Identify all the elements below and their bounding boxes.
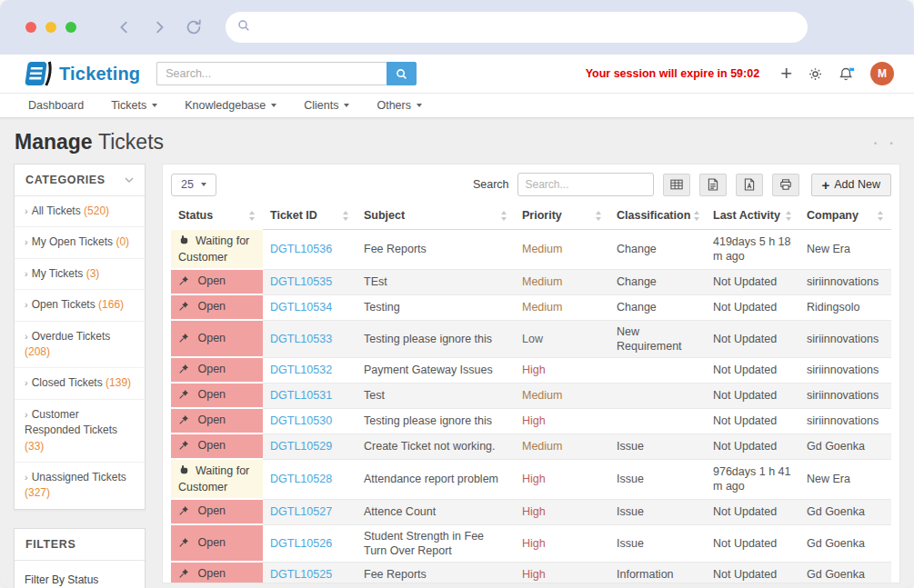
category-item[interactable]: ›Customer Responded Tickets (33): [15, 400, 145, 463]
category-item[interactable]: ›All Tickets (520): [15, 196, 145, 227]
sidebar: CATEGORIES ›All Tickets (520) ›My Open T…: [14, 164, 146, 588]
table-search-input[interactable]: [517, 173, 654, 196]
sort-icon: [786, 211, 792, 221]
forward-icon[interactable]: [147, 15, 171, 39]
category-count: (166): [98, 298, 124, 311]
ticket-row[interactable]: Open DGTL10527 Attence Count High Issue …: [171, 499, 891, 524]
ticket-id-link[interactable]: DGTL10535: [270, 275, 332, 288]
sort-icon: [501, 211, 507, 221]
company-cell: New Era: [799, 459, 891, 499]
ticket-id-link[interactable]: DGTL10530: [270, 414, 332, 427]
ticket-row[interactable]: Open DGTL10534 Testing Medium Change Not…: [171, 294, 891, 320]
category-count: (520): [84, 204, 109, 217]
category-item[interactable]: ›Overdue Tickets (208): [15, 322, 145, 369]
filters-title: FILTERS: [25, 538, 75, 551]
ticket-row[interactable]: Waiting for Customer DGTL10528 Attendanc…: [171, 459, 891, 499]
category-item[interactable]: ›Open Tickets (166): [15, 290, 145, 321]
ticket-row[interactable]: Open DGTL10530 Testing please ignore thi…: [171, 408, 891, 434]
add-icon[interactable]: +: [780, 64, 792, 84]
close-window-button[interactable]: [25, 22, 36, 33]
status-badge: Open: [171, 434, 263, 459]
export-pdf-icon[interactable]: [736, 174, 763, 196]
ticket-row[interactable]: Open DGTL10532 Payment Gateway Issues Hi…: [171, 357, 891, 383]
chevron-down-icon[interactable]: [125, 177, 134, 183]
address-bar[interactable]: [226, 12, 808, 43]
print-icon[interactable]: [772, 174, 799, 196]
ticket-id-link[interactable]: DGTL10526: [270, 537, 332, 550]
app-logo[interactable]: Ticketing: [22, 61, 140, 86]
ticket-row[interactable]: Open DGTL10525 Fee Reports High Informat…: [171, 562, 891, 583]
ticket-id-link[interactable]: DGTL10529: [270, 440, 332, 453]
ticket-row[interactable]: Open DGTL10529 Create Ticket not working…: [171, 434, 891, 459]
nav-item[interactable]: Knowledgebase: [171, 94, 290, 117]
category-item[interactable]: ›My Open Tickets (0): [15, 227, 145, 258]
company-cell: siriinnovations: [799, 408, 891, 434]
category-item[interactable]: ›Closed Tickets (139): [15, 368, 145, 399]
priority-cell: Medium: [515, 383, 609, 408]
ticket-row[interactable]: Waiting for Customer DGTL10536 Fee Repor…: [171, 229, 891, 269]
tickets-table: Status Ticket ID: [171, 204, 891, 583]
pushpin-icon: [178, 414, 189, 429]
bell-icon[interactable]: [839, 65, 855, 83]
global-search-input[interactable]: [156, 62, 387, 85]
subject-cell: Testing: [357, 294, 515, 320]
nav-item[interactable]: Dashboard: [15, 94, 97, 117]
ticket-row[interactable]: Open DGTL10533 Testing please ignore thi…: [171, 320, 891, 357]
category-item[interactable]: ›Unassigned Tickets (327): [15, 463, 145, 509]
nav-item[interactable]: Clients: [290, 94, 363, 117]
last-activity-cell: Not Updated: [706, 383, 799, 408]
ticket-id-cell: DGTL10531: [263, 383, 357, 408]
category-item[interactable]: ›My Tickets (3): [15, 259, 145, 290]
ticket-id-link[interactable]: DGTL10527: [270, 505, 332, 518]
ticket-id-link[interactable]: DGTL10528: [270, 473, 332, 485]
company-cell: siriinnovations: [799, 383, 891, 408]
nav-item[interactable]: Others: [363, 94, 436, 117]
ticket-id-link[interactable]: DGTL10536: [270, 243, 332, 255]
breadcrumb-item[interactable]: [868, 137, 883, 148]
column-header[interactable]: Ticket ID: [263, 204, 357, 229]
company-cell: Gd Goenka: [799, 434, 891, 459]
ticket-row[interactable]: Open DGTL10535 TEst Medium Change Not Up…: [171, 269, 891, 294]
column-header[interactable]: Classification: [609, 204, 706, 229]
column-header[interactable]: Status: [171, 204, 263, 229]
last-activity-cell: Not Updated: [706, 499, 799, 524]
chevron-right-icon: ›: [25, 268, 28, 279]
minimize-window-button[interactable]: [45, 22, 56, 33]
back-icon[interactable]: [113, 15, 136, 39]
chevron-right-icon: ›: [25, 205, 28, 216]
status-badge: Open: [171, 499, 263, 524]
pushpin-icon: [178, 333, 189, 347]
column-header[interactable]: Priority: [515, 204, 609, 229]
column-header[interactable]: Last Activity: [706, 204, 799, 229]
ticket-id-cell: DGTL10535: [263, 269, 357, 294]
nav-item[interactable]: Tickets: [97, 94, 171, 117]
ticket-row[interactable]: Open DGTL10526 Student Strength in Fee T…: [171, 524, 891, 562]
company-cell: Gd Goenka: [799, 499, 891, 524]
gear-icon[interactable]: [808, 66, 823, 82]
table-view-icon[interactable]: [663, 174, 690, 196]
reload-icon[interactable]: [182, 15, 206, 39]
global-search-button[interactable]: [387, 62, 417, 85]
ticket-id-cell: DGTL10536: [263, 229, 357, 269]
ticket-id-link[interactable]: DGTL10525: [270, 568, 332, 581]
avatar[interactable]: M: [870, 62, 894, 85]
breadcrumb-item[interactable]: [884, 137, 899, 148]
maximize-window-button[interactable]: [65, 22, 76, 33]
company-cell: Ridingsolo: [799, 294, 891, 320]
column-header[interactable]: Subject: [357, 204, 515, 229]
add-new-button[interactable]: + Add New: [811, 174, 892, 196]
export-file-icon[interactable]: [699, 174, 727, 196]
ticket-id-link[interactable]: DGTL10533: [270, 333, 332, 345]
company-cell: Gd Goenka: [799, 524, 891, 562]
column-header[interactable]: Company: [799, 204, 891, 229]
ticket-id-link[interactable]: DGTL10532: [270, 364, 332, 376]
last-activity-cell: Not Updated: [706, 294, 799, 320]
ticket-id-link[interactable]: DGTL10531: [270, 389, 332, 402]
ticket-id-cell: DGTL10533: [263, 320, 357, 357]
priority-cell: Medium: [515, 294, 609, 320]
priority-cell: High: [515, 562, 609, 583]
ticket-row[interactable]: Open DGTL10531 Test Medium Not Updated s…: [171, 383, 891, 408]
ticket-id-link[interactable]: DGTL10534: [270, 301, 332, 314]
page-size-select[interactable]: 25: [171, 174, 216, 196]
ticket-id-cell: DGTL10529: [263, 434, 357, 459]
